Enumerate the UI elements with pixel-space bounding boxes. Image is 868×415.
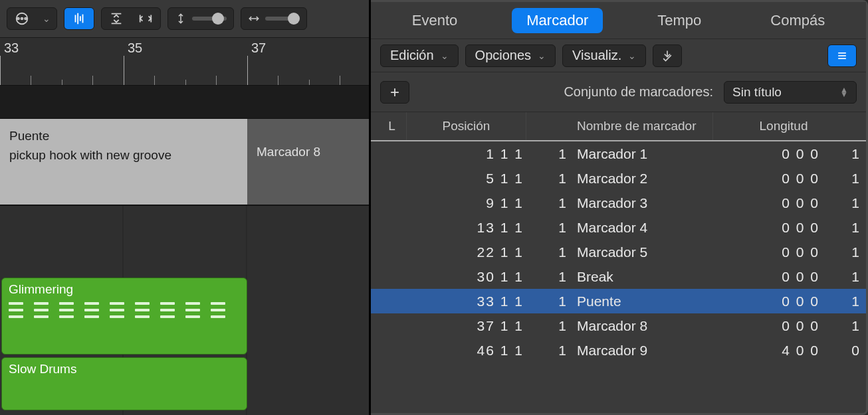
col-header-nombre[interactable]: Nombre de marcador [566,112,713,140]
cell-longitud[interactable]: 0 0 0 [713,269,819,285]
cell-longitud-sub[interactable]: 1 [819,244,859,260]
horiz-zoom-slider[interactable] [241,7,307,30]
cell-nombre[interactable]: Marcador 3 [566,195,713,211]
cell-longitud[interactable]: 0 0 0 [713,318,819,334]
cell-longitud[interactable]: 0 0 0 [713,244,819,260]
cell-longitud[interactable]: 0 0 0 [713,195,819,211]
cell-posicion[interactable]: 13 1 1 [407,220,526,236]
cell-subtick[interactable]: 1 [526,220,566,236]
editor-menubar: Edición⌄ Opciones⌄ Visualiz.⌄ [371,39,866,72]
cell-subtick[interactable]: 1 [526,171,566,187]
cell-nombre[interactable]: Puente [566,293,713,309]
cell-longitud[interactable]: 0 0 0 [713,171,819,187]
marker-title: Marcador 8 [257,143,360,162]
table-row[interactable]: 33 1 11Puente0 0 01 [371,289,866,313]
waveform-view-button[interactable] [64,8,94,29]
list-editor-pane: Evento Marcador Tempo Compás Edición⌄ Op… [371,0,868,415]
menu-edicion[interactable]: Edición⌄ [380,44,459,67]
cell-posicion[interactable]: 30 1 1 [407,269,526,285]
table-row[interactable]: 9 1 11Marcador 30 0 01 [371,191,866,215]
vert-zoom-slider[interactable] [167,7,234,30]
cell-subtick[interactable]: 1 [526,269,566,285]
cell-nombre[interactable]: Marcador 9 [566,343,713,359]
catch-playhead-button[interactable] [653,44,682,67]
cell-subtick[interactable]: 1 [526,244,566,260]
cell-posicion[interactable]: 22 1 1 [407,244,526,260]
marker-block-next[interactable]: Marcador 8 [247,119,369,205]
marker-set-value: Sin título [732,85,782,100]
menu-opciones[interactable]: Opciones⌄ [465,44,556,67]
marker-title: Puente [9,127,238,146]
cell-longitud-sub[interactable]: 1 [819,269,859,285]
cell-nombre[interactable]: Marcador 4 [566,220,713,236]
cell-longitud[interactable]: 0 0 0 [713,220,819,236]
cell-nombre[interactable]: Break [566,269,713,285]
cell-longitud[interactable]: 0 0 0 [713,293,819,309]
editor-tabs: Evento Marcador Tempo Compás [371,2,866,39]
marker-set-select[interactable]: Sin título ▲▼ [724,81,857,104]
cell-longitud[interactable]: 0 0 0 [713,146,819,162]
svg-point-0 [21,18,23,20]
col-header-lock[interactable]: L [378,112,407,140]
cell-subtick[interactable]: 1 [526,146,566,162]
svg-point-2 [25,18,27,20]
collapse-vert-button[interactable] [102,8,131,29]
cell-nombre[interactable]: Marcador 5 [566,244,713,260]
cell-nombre[interactable]: Marcador 2 [566,171,713,187]
updown-icon: ▲▼ [840,88,848,97]
midi-region[interactable]: Slow Drums [1,357,247,410]
cell-longitud-sub[interactable]: 1 [819,146,859,162]
table-row[interactable]: 46 1 11Marcador 94 0 00 [371,338,866,363]
table-row[interactable]: 30 1 11Break0 0 01 [371,264,866,289]
marker-block-selected[interactable]: Puente pickup hook with new groove [0,119,247,205]
cell-longitud[interactable]: 4 0 0 [713,343,819,359]
view-menu-button[interactable] [7,8,37,29]
cell-subtick[interactable]: 1 [526,343,566,359]
region-name: Slow Drums [9,362,240,376]
fit-horiz-button[interactable] [131,8,160,29]
table-row[interactable]: 37 1 11Marcador 80 0 01 [371,313,866,338]
marker-set-label: Conjunto de marcadores: [564,84,713,100]
cell-subtick[interactable]: 1 [526,318,566,334]
cell-subtick[interactable]: 1 [526,293,566,309]
bar-ruler[interactable]: 33 35 37 [0,38,369,86]
table-row[interactable]: 5 1 11Marcador 20 0 01 [371,166,866,191]
table-row[interactable]: 1 1 11Marcador 10 0 01 [371,141,866,166]
tab-tempo[interactable]: Tempo [643,8,716,33]
add-marker-button[interactable]: + [380,81,409,104]
cell-longitud-sub[interactable]: 1 [819,195,859,211]
cell-nombre[interactable]: Marcador 8 [566,318,713,334]
cell-longitud-sub[interactable]: 1 [819,318,859,334]
tab-compas[interactable]: Compás [756,8,839,33]
cell-longitud-sub[interactable]: 1 [819,171,859,187]
cell-posicion[interactable]: 33 1 1 [407,293,526,309]
cell-posicion[interactable]: 46 1 1 [407,343,526,359]
cell-posicion[interactable]: 9 1 1 [407,195,526,211]
col-header-posicion[interactable]: Posición [407,112,526,140]
tracks-area[interactable]: Glimmering Slow Drums [0,205,369,415]
table-row[interactable]: 13 1 11Marcador 40 0 01 [371,215,866,240]
cell-posicion[interactable]: 37 1 1 [407,318,526,334]
arrange-toolbar: ⌄ [0,0,369,38]
col-header-longitud[interactable]: Longitud [713,119,859,133]
cell-longitud-sub[interactable]: 1 [819,293,859,309]
svg-rect-4 [75,15,76,23]
ruler-label: 37 [251,41,266,56]
global-track-strip [0,86,369,119]
cell-longitud-sub[interactable]: 0 [819,343,859,359]
cell-subtick[interactable]: 1 [526,195,566,211]
cell-longitud-sub[interactable]: 1 [819,220,859,236]
cell-posicion[interactable]: 5 1 1 [407,171,526,187]
midi-region[interactable]: Glimmering [1,278,247,355]
marker-set-row: + Conjunto de marcadores: Sin título ▲▼ [371,72,866,112]
table-header: L Posición Nombre de marcador Longitud [371,112,866,141]
cell-nombre[interactable]: Marcador 1 [566,146,713,162]
tab-marcador[interactable]: Marcador [512,8,603,33]
menu-visualiz[interactable]: Visualiz.⌄ [562,44,646,67]
cell-posicion[interactable]: 1 1 1 [407,146,526,162]
table-row[interactable]: 22 1 11Marcador 50 0 01 [371,240,866,264]
tab-evento[interactable]: Evento [397,8,473,33]
list-view-button[interactable] [827,44,857,67]
view-menu-chevron[interactable]: ⌄ [37,8,56,29]
marker-track[interactable]: Puente pickup hook with new groove Marca… [0,119,369,205]
